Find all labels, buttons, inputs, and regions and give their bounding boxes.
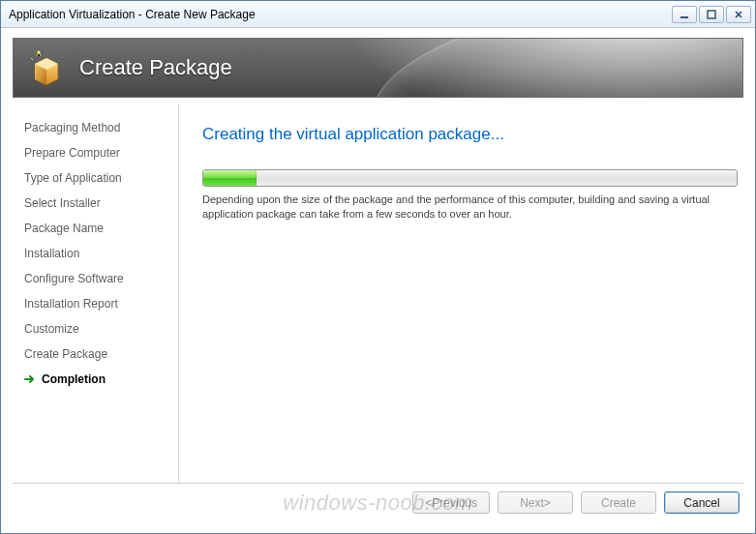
- client-area: Create Package Packaging MethodPrepare C…: [1, 28, 755, 533]
- wizard-step-label: Installation Report: [24, 297, 118, 311]
- wizard-content: Creating the virtual application package…: [179, 104, 743, 483]
- wizard-step: Completion: [22, 367, 170, 392]
- wizard-sidebar: Packaging MethodPrepare ComputerType of …: [13, 104, 179, 483]
- content-heading: Creating the virtual application package…: [202, 125, 738, 144]
- progress-bar-fill: [203, 170, 257, 186]
- arrow-right-icon: [24, 373, 36, 385]
- wizard-step-label: Create Package: [24, 347, 107, 361]
- wizard-step-label: Prepare Computer: [24, 146, 120, 160]
- wizard-step-label: Select Installer: [24, 196, 101, 210]
- progress-note: Depending upon the size of the package a…: [202, 193, 738, 222]
- wizard-step-label: Configure Software: [24, 272, 124, 285]
- wizard-step-label: Completion: [42, 372, 106, 386]
- svg-point-5: [37, 50, 40, 53]
- header-banner: Create Package: [13, 38, 743, 98]
- cancel-button[interactable]: Cancel: [664, 491, 740, 514]
- window-controls: [672, 6, 751, 23]
- wizard-step: Installation Report: [22, 291, 170, 316]
- previous-button[interactable]: <Previous: [412, 491, 490, 514]
- svg-rect-1: [708, 11, 715, 18]
- wizard-body: Packaging MethodPrepare ComputerType of …: [13, 104, 743, 483]
- next-button[interactable]: Next>: [498, 491, 573, 514]
- svg-rect-0: [680, 16, 688, 18]
- wizard-step-label: Package Name: [24, 222, 104, 235]
- wizard-step: Package Name: [22, 216, 170, 241]
- maximize-button[interactable]: [699, 6, 724, 23]
- wizard-step: Create Package: [22, 341, 170, 367]
- wizard-footer: <Previous Next> Create Cancel: [13, 483, 743, 521]
- titlebar: Application Virtualization - Create New …: [1, 1, 755, 28]
- header-title: Create Package: [79, 55, 232, 80]
- wizard-step: Installation: [22, 241, 170, 266]
- close-button[interactable]: [726, 6, 751, 23]
- wizard-step-label: Customize: [24, 322, 79, 336]
- wizard-step: Configure Software: [22, 266, 170, 291]
- wizard-step-label: Type of Application: [24, 171, 122, 185]
- create-button[interactable]: Create: [581, 491, 656, 514]
- wizard-step: Packaging Method: [22, 115, 170, 140]
- wizard-step: Customize: [22, 316, 170, 341]
- wizard-step: Type of Application: [22, 165, 170, 191]
- progress-bar: [202, 169, 738, 187]
- wizard-step-label: Installation: [24, 247, 79, 260]
- minimize-button[interactable]: [672, 6, 697, 23]
- window-title: Application Virtualization - Create New …: [9, 8, 256, 21]
- wizard-step-label: Packaging Method: [24, 121, 120, 134]
- window: Application Virtualization - Create New …: [0, 0, 756, 534]
- wizard-step: Select Installer: [22, 191, 170, 216]
- wizard-step: Prepare Computer: [22, 140, 170, 165]
- package-icon: [27, 48, 66, 87]
